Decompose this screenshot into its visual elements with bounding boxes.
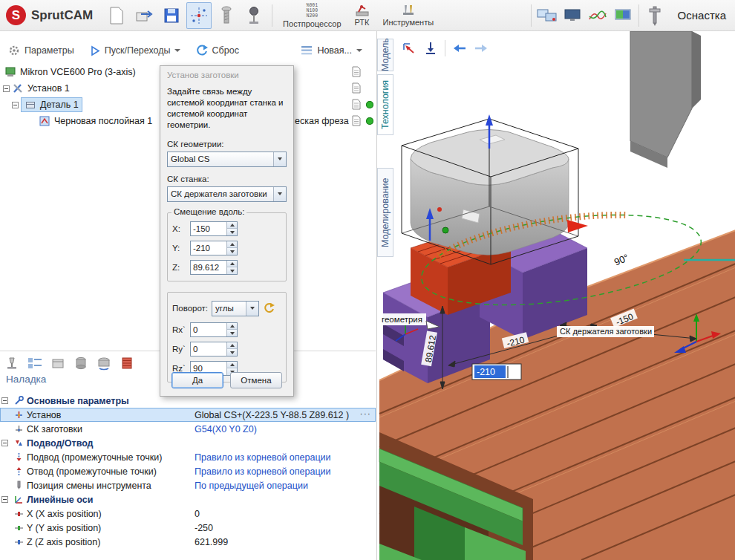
property-value[interactable]: -250 — [195, 523, 213, 533]
combo-dropdown-button[interactable] — [273, 187, 286, 201]
workpiece-setup-tool-button[interactable] — [186, 2, 212, 29]
collapse-icon[interactable] — [1, 440, 8, 446]
rx-value[interactable]: 0 — [191, 323, 226, 336]
fixture-stock-icon[interactable] — [118, 354, 136, 372]
color-monitor-icon — [614, 8, 632, 23]
offset-y-field[interactable]: -210 — [190, 241, 238, 255]
rotate-tool-icon[interactable] — [263, 302, 275, 314]
ellipsis-button[interactable]: ··· — [360, 408, 372, 419]
document-icon[interactable] — [352, 66, 361, 77]
ry-field[interactable]: 0 — [190, 342, 238, 356]
offset-z-value[interactable]: 89.612 — [191, 261, 226, 274]
offset-z-field[interactable]: 89.612 — [190, 260, 238, 275]
retract-icon — [13, 466, 24, 477]
rx-field[interactable]: 0 — [190, 322, 238, 337]
drop-to-table-button[interactable] — [421, 39, 440, 58]
property-row-axis-z[interactable]: Z (Z axis position) 621.999 — [0, 535, 376, 549]
ry-value[interactable]: 0 — [191, 342, 226, 356]
screw-tool-button[interactable] — [214, 2, 239, 29]
probe-button[interactable] — [241, 2, 267, 29]
property-row-workpiece-cs[interactable]: СК заготовки G54(X0 Y0 Z0) — [0, 422, 376, 436]
save-button[interactable] — [159, 2, 184, 29]
spin-up-button[interactable] — [227, 241, 237, 248]
combo-dropdown-button[interactable] — [273, 152, 286, 166]
cancel-button[interactable]: Отмена — [230, 372, 282, 388]
property-row-setup[interactable]: Установ Global CS+(X-223.5 Y-88.5 Z89.61… — [0, 408, 376, 422]
property-row-toolchange[interactable]: Позиция смены инструмента По предыдущей … — [0, 478, 376, 492]
spin-up-button[interactable] — [227, 342, 237, 349]
collapse-icon[interactable] — [3, 85, 10, 92]
collapse-icon[interactable] — [1, 496, 8, 503]
property-value[interactable]: Правило из корневой операции — [195, 452, 331, 463]
selected-tree-item[interactable]: Деталь 1 — [21, 97, 82, 112]
stock-box-icon[interactable] — [49, 354, 67, 372]
viewport-3d-canvas[interactable]: геометрия СК держателя заготовки 90° -15… — [377, 31, 735, 560]
document-icon[interactable] — [352, 99, 361, 110]
snap-to-cs-button[interactable] — [399, 39, 419, 58]
document-icon[interactable] — [352, 115, 361, 126]
rotation-mode-combo[interactable]: углы — [212, 301, 259, 316]
dual-monitor-button[interactable] — [535, 2, 560, 29]
offset-group-label: Смещение вдоль: — [172, 207, 246, 216]
group-title: Основные параметры — [27, 396, 129, 406]
spin-down-button[interactable] — [227, 329, 237, 336]
spin-up-button[interactable] — [227, 362, 237, 368]
stock-cylinder-icon[interactable] — [72, 354, 90, 372]
tab-model[interactable]: Модель — [377, 39, 393, 71]
parameters-button[interactable]: Параметры — [7, 44, 74, 57]
setup-mode-icon[interactable] — [3, 354, 21, 372]
dialog-buttons: Да Отмена — [160, 372, 293, 388]
tab-simulation[interactable]: Моделирование — [377, 168, 393, 257]
machine-cs-combo[interactable]: СК держателя заготовки — [167, 186, 287, 202]
offset-y-value[interactable]: -210 — [191, 241, 226, 255]
workpiece-list-icon[interactable] — [26, 354, 44, 372]
spin-down-button[interactable] — [227, 348, 237, 356]
offset-x-field[interactable]: -150 — [190, 221, 238, 236]
spin-down-button[interactable] — [227, 228, 237, 235]
spin-up-button[interactable] — [227, 222, 237, 229]
geometry-cs-combo[interactable]: Global CS — [167, 152, 287, 167]
ok-button[interactable]: Да — [172, 372, 223, 388]
property-group-linear-axes[interactable]: Линейные оси — [0, 492, 376, 507]
simulation-screen-button[interactable] — [610, 2, 636, 29]
property-row-axis-x[interactable]: X (X axis position) 0 — [0, 507, 376, 521]
spin-down-button[interactable] — [227, 247, 237, 255]
document-icon[interactable] — [352, 82, 361, 94]
spin-up-button[interactable] — [227, 323, 237, 330]
property-value[interactable]: Global CS+(X-223.5 Y-88.5 Z89.612 ) — [195, 410, 349, 420]
offset-x-value[interactable]: -150 — [191, 222, 226, 235]
tab-technology[interactable]: Технология — [377, 74, 393, 135]
new-operation-combo[interactable]: Новая... — [295, 43, 368, 58]
display-button[interactable] — [560, 2, 585, 29]
undo-view-button[interactable] — [450, 39, 469, 58]
collapse-icon[interactable] — [12, 102, 19, 108]
new-document-button[interactable] — [104, 2, 129, 29]
axis-x-icon — [13, 509, 24, 519]
rtk-button[interactable]: РТК — [349, 1, 376, 30]
collapse-icon[interactable] — [1, 397, 8, 404]
property-value[interactable]: По предыдущей операции — [195, 481, 308, 491]
property-group-approach[interactable]: Подвод/Отвод — [0, 436, 376, 450]
tools-button[interactable]: Инструменты — [378, 1, 440, 30]
postprocessor-button[interactable]: %001 N100 N200 Постпроцессор — [278, 1, 346, 30]
property-value[interactable]: 621.999 — [195, 537, 228, 547]
export-button[interactable] — [131, 2, 157, 29]
property-row-retract[interactable]: Отвод (промежуточные точки) Правило из к… — [0, 464, 376, 478]
reset-button[interactable]: Сброс — [195, 44, 239, 57]
property-value[interactable]: G54(X0 Y0 Z0) — [195, 424, 257, 434]
boring-tool-button[interactable] — [642, 2, 667, 29]
property-value[interactable]: Правило из корневой операции — [195, 466, 331, 477]
spin-down-button[interactable] — [227, 267, 237, 274]
redo-view-button[interactable] — [471, 39, 491, 58]
approach-retract-icon — [13, 438, 24, 449]
spin-up-button[interactable] — [227, 261, 237, 267]
run-transitions-button[interactable]: Пуск/Переходы — [89, 45, 180, 57]
property-row-axis-y[interactable]: Y (Y axis position) -250 — [0, 521, 376, 535]
rotary-stock-icon[interactable] — [95, 354, 113, 372]
property-value[interactable]: 0 — [195, 509, 200, 519]
property-row-approach[interactable]: Подвод (промежуточные точки) Правило из … — [0, 450, 376, 464]
combo-dropdown-button[interactable] — [246, 302, 258, 316]
rtk-label: РТК — [355, 18, 370, 27]
dimension-edit-box[interactable]: -210 — [472, 364, 521, 380]
signals-button[interactable] — [585, 2, 610, 29]
